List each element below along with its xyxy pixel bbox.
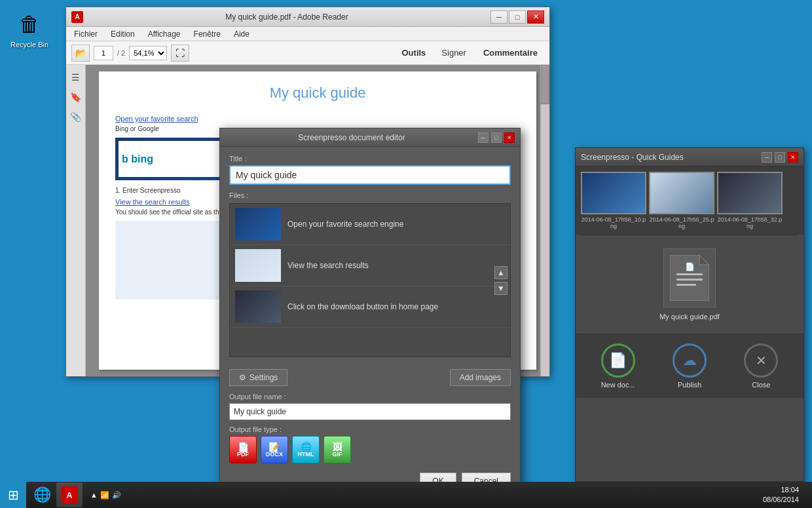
menu-fichier[interactable]: Fichier: [71, 28, 100, 40]
thumbnail-3[interactable]: 2014-06-08_17h56_32.png: [717, 172, 783, 229]
bing-logo: b bing: [122, 153, 153, 165]
panel-maximize-button[interactable]: □: [775, 152, 785, 163]
thumbnail-1[interactable]: 2014-06-08_17h56_10.png: [581, 172, 646, 229]
file-thumb-3: [235, 290, 281, 323]
file-type-pdf[interactable]: 📄 PDF: [229, 436, 257, 463]
panel-titlebar: Screenpresso - Quick Guides ─ □ ✕: [576, 148, 803, 166]
output-file-name-label: Output file name :: [229, 393, 511, 401]
adobe-menubar: Fichier Edition Affichage Fenêtre Aide: [66, 27, 549, 41]
add-images-button[interactable]: Add images: [450, 369, 511, 386]
taskbar-ie-button[interactable]: 🌐: [29, 482, 55, 507]
settings-button[interactable]: ⚙ Settings: [229, 369, 287, 386]
panel-bottom-bar: 📄 New doc... ☁ Publish ✕ Close: [576, 334, 803, 398]
thumbnail-2[interactable]: 2014-06-08_17h56_25.png: [649, 172, 714, 229]
file-type-html[interactable]: 🌐 HTML: [292, 436, 320, 463]
svg-text:📄: 📄: [685, 262, 695, 271]
zoom-select[interactable]: 54,1%: [129, 46, 167, 60]
panel-title: Screenpresso - Quick Guides: [581, 153, 762, 162]
scroll-up-button[interactable]: ▲: [494, 266, 507, 279]
close-button[interactable]: ✕: [527, 10, 544, 24]
thumbnail-img-3: [717, 172, 783, 214]
thumbnail-label-3: 2014-06-08_17h56_32.png: [717, 216, 783, 229]
recycle-bin-label: Recycle Bin: [10, 41, 48, 49]
dialog-footer: ⚙ Settings Add images: [220, 365, 520, 390]
file-item-2[interactable]: View the search results: [230, 245, 510, 286]
page-number-input[interactable]: [94, 46, 113, 60]
dialog-body: Title : Files : Open your favorite searc…: [220, 147, 520, 365]
doc-scroll-thumb[interactable]: [541, 65, 549, 104]
file-type-gif[interactable]: 🖼 GIF: [323, 436, 351, 463]
sidebar-bookmark-icon[interactable]: 🔖: [69, 90, 83, 104]
adobe-window-title: My quick guide.pdf - Adobe Reader: [83, 12, 490, 22]
dialog-minimize-button[interactable]: ─: [478, 132, 489, 143]
maximize-button[interactable]: □: [509, 10, 526, 24]
thumbnail-img-1: [581, 172, 646, 214]
file-item-1[interactable]: Open your favorite search engine: [230, 204, 510, 245]
recycle-bin-icon: 🗑: [16, 10, 43, 39]
output-file-name-input[interactable]: [229, 403, 511, 420]
signer-button[interactable]: Signer: [435, 45, 473, 60]
tray-icon-arrow: ▲: [90, 491, 98, 499]
menu-affichage[interactable]: Affichage: [145, 28, 183, 40]
new-doc-label: New doc...: [601, 381, 635, 389]
taskbar-adobe-button[interactable]: A: [56, 482, 83, 507]
settings-button-label: Settings: [249, 373, 278, 382]
publish-action[interactable]: ☁ Publish: [673, 343, 707, 389]
start-button[interactable]: [0, 482, 26, 508]
files-label: Files :: [229, 191, 511, 199]
publish-icon: ☁: [682, 352, 697, 369]
file-name-3: Click on the download button in home pag…: [287, 302, 438, 311]
panel-minimize-button[interactable]: ─: [762, 152, 772, 163]
doc-scrollbar[interactable]: [540, 65, 549, 376]
tray-icon-volume: 🔊: [112, 491, 121, 499]
pdf-big-icon: 📄: [663, 248, 716, 307]
files-scroll-buttons: ▲ ▼: [494, 266, 507, 295]
commentaire-button[interactable]: Commentaire: [477, 45, 544, 60]
menu-aide[interactable]: Aide: [231, 28, 252, 40]
minimize-button[interactable]: ─: [490, 10, 507, 24]
pdf-link1[interactable]: Open your favorite search: [115, 115, 520, 123]
dialog-maximize-button[interactable]: □: [491, 132, 502, 143]
output-file-type-label: Output file type :: [229, 425, 511, 433]
file-thumb-1: [235, 208, 281, 241]
dialog-close-button[interactable]: ✕: [504, 132, 515, 143]
page-separator: / 2: [117, 49, 125, 57]
adobe-logo-icon: A: [75, 13, 79, 20]
new-doc-action[interactable]: 📄 New doc...: [601, 343, 635, 389]
outils-button[interactable]: Outils: [397, 45, 432, 60]
fit-page-button[interactable]: ⛶: [171, 45, 189, 62]
scroll-down-button[interactable]: ▼: [494, 282, 507, 295]
file-type-docx[interactable]: 📝 DOCX: [261, 436, 288, 463]
svg-rect-2: [676, 273, 703, 275]
publish-circle: ☁: [673, 343, 707, 378]
panel-pdf-area: 📄 My quick guide.pdf: [576, 235, 803, 334]
open-button[interactable]: 📂: [71, 45, 90, 62]
file-item-3[interactable]: Click on the download button in home pag…: [230, 286, 510, 328]
sidebar-pages-icon[interactable]: ☰: [69, 70, 83, 85]
taskbar: 🌐 A ▲ 📶 🔊 18:04 08/06/2014: [0, 482, 812, 508]
title-input[interactable]: [229, 165, 511, 185]
panel-close-button[interactable]: ✕: [788, 152, 798, 163]
screenpresso-panel: Screenpresso - Quick Guides ─ □ ✕ 2014-0…: [575, 147, 804, 482]
adobe-sidebar: ☰ 🔖 📎: [66, 65, 86, 376]
files-list: Open your favorite search engine View th…: [229, 203, 511, 357]
dialog-title: Screenpresso document editor: [225, 133, 478, 142]
pdf-file-icon-svg: 📄: [670, 255, 709, 301]
sidebar-attach-icon[interactable]: 📎: [69, 109, 83, 124]
pdf-title: My quick guide: [115, 85, 520, 102]
recycle-bin[interactable]: 🗑 Recycle Bin: [10, 10, 49, 49]
close-x-icon: ✕: [756, 353, 767, 368]
adobe-toolbar: 📂 / 2 54,1% ⛶ Outils Signer Commentaire: [66, 41, 549, 65]
settings-icon: ⚙: [239, 373, 246, 382]
panel-controls: ─ □ ✕: [762, 152, 798, 163]
menu-edition[interactable]: Edition: [108, 28, 138, 40]
pdf-file-label: My quick guide.pdf: [659, 313, 720, 321]
close-circle: ✕: [744, 343, 778, 378]
svg-marker-1: [699, 255, 709, 265]
close-action[interactable]: ✕ Close: [744, 343, 778, 389]
menu-fenetre[interactable]: Fenêtre: [191, 28, 223, 40]
clock-date: 08/06/2014: [763, 495, 799, 505]
new-doc-circle: 📄: [601, 343, 635, 378]
output-section: Output file name : Output file type : 📄 …: [220, 390, 520, 469]
svg-rect-4: [676, 284, 696, 286]
